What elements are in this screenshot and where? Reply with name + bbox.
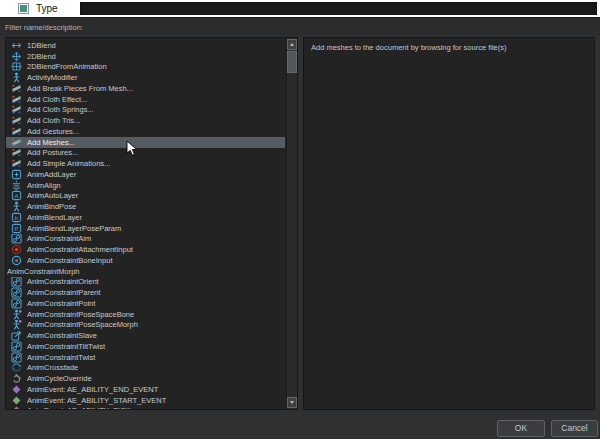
ok-button[interactable]: OK — [497, 420, 545, 437]
list-item[interactable]: AnimCycleOverride — [6, 373, 285, 384]
list-item-label: Add Cloth Springs... — [27, 105, 94, 114]
list-item[interactable]: Add Meshes... — [6, 137, 285, 148]
list-item-label: Add Cloth Effect... — [27, 95, 87, 104]
list-item[interactable]: Add Simple Animations... — [6, 158, 285, 169]
list-item-label: AnimBindPose — [27, 202, 76, 211]
list-item[interactable]: 2DBlend — [6, 51, 285, 62]
list-item[interactable]: Add Cloth Tris... — [6, 115, 285, 126]
list-item-label: AnimBlendLayerPoseParam — [27, 224, 121, 233]
list-item-label: AnimAddLayer — [27, 170, 76, 179]
scroll-down-button[interactable] — [287, 397, 297, 408]
list-item-label: AnimConstraintParent — [27, 288, 100, 297]
list-item[interactable]: AnimConstraintAim — [6, 234, 285, 245]
list-item[interactable]: AnimConstraintTiltTwist — [6, 341, 285, 352]
list-item-label: Add Simple Animations... — [27, 159, 110, 168]
person-pose-icon — [10, 320, 22, 331]
triangle-up-icon — [290, 43, 294, 46]
list-item[interactable]: bAnimBlendLayer — [6, 212, 285, 223]
blend-2d-from-animation-icon — [10, 62, 22, 73]
list-item[interactable]: Add Gestures... — [6, 126, 285, 137]
add-wand-icon — [10, 115, 22, 126]
list-item-label: AnimConstraintSlave — [27, 331, 97, 340]
list-item[interactable]: AnimConstraintSlave — [6, 330, 285, 341]
list-item-label: 1DBlend — [27, 41, 56, 50]
list-item-label: AnimConstraintMorph — [7, 267, 80, 276]
list-item[interactable]: AnimEvent: AE_ABILITY_TICK — [6, 406, 285, 411]
list-item-label: AnimCrossfade — [27, 363, 78, 372]
list-item-label: Add Meshes... — [27, 138, 75, 147]
list-item[interactable]: AnimCrossfade — [6, 363, 285, 374]
list-item-label: AnimBlendLayer — [27, 213, 82, 222]
list-item-label: AnimEvent: AE_ABILITY_TICK — [27, 406, 130, 410]
add-wand-icon — [10, 105, 22, 116]
list-item-label: AnimConstraintTiltTwist — [27, 342, 105, 351]
svg-text:P: P — [14, 226, 18, 232]
list-item[interactable]: Add Postures... — [6, 148, 285, 159]
list-item[interactable]: AnimAddLayer — [6, 169, 285, 180]
list-item-label: AnimConstraintPoseSpaceBone — [27, 310, 134, 319]
add-wand-icon — [10, 83, 22, 94]
list-item[interactable]: 1DBlend — [6, 40, 285, 51]
list-item[interactable]: AnimAlign — [6, 180, 285, 191]
list-item-label: AnimEvent: AE_ABILITY_END_EVENT — [27, 385, 158, 394]
blend-1d-icon — [10, 40, 22, 51]
list-item[interactable]: AnimConstraintPoseSpaceBone — [6, 309, 285, 320]
layer-icon: b — [10, 212, 22, 223]
list-item[interactable]: AnimConstraintAttachmentInput — [6, 244, 285, 255]
list-item[interactable]: AnimEvent: AE_ABILITY_START_EVENT — [6, 395, 285, 406]
cancel-button[interactable]: Cancel — [551, 420, 598, 437]
list-item-label: AnimConstraintAim — [27, 234, 91, 243]
constraint-icon — [10, 287, 22, 298]
layer-pose-icon: P — [10, 223, 22, 234]
list-item[interactable]: AnimConstraintTwist — [6, 352, 285, 363]
list-item[interactable]: AnimEvent: AE_ABILITY_END_EVENT — [6, 384, 285, 395]
window-icon — [18, 3, 29, 14]
list-scrollbar[interactable] — [286, 38, 297, 409]
list-item[interactable]: AnimConstraintOrient — [6, 277, 285, 288]
list-item-label: AnimConstraintTwist — [27, 353, 95, 362]
constraint-icon — [10, 341, 22, 352]
add-wand-icon — [10, 137, 22, 148]
constraint-icon — [10, 298, 22, 309]
list-item-label: AnimCycleOverride — [27, 374, 92, 383]
list-item-label: AnimAutoLayer — [27, 191, 78, 200]
svg-text:A: A — [14, 193, 18, 199]
list-item[interactable]: PAnimBlendLayerPoseParam — [6, 223, 285, 234]
list-item[interactable]: Add Cloth Springs... — [6, 105, 285, 116]
filter-input[interactable] — [80, 2, 597, 15]
list-item-label: 2DBlend — [27, 52, 56, 61]
list-item[interactable]: Add Cloth Effect... — [6, 94, 285, 105]
type-list: 1DBlend2DBlend2DBlendFromAnimationActivi… — [6, 38, 285, 410]
scroll-up-button[interactable] — [287, 39, 297, 50]
crossfade-icon — [10, 363, 22, 374]
list-item[interactable]: AnimConstraintBoneInput — [6, 255, 285, 266]
list-item[interactable]: AnimConstraintPoint — [6, 298, 285, 309]
list-item[interactable]: AAnimAutoLayer — [6, 191, 285, 202]
constraint-icon — [10, 234, 22, 245]
input-red-icon — [10, 244, 22, 255]
diamond-purple-icon — [10, 384, 22, 395]
scrollbar-thumb[interactable] — [287, 51, 297, 73]
list-item[interactable]: 2DBlendFromAnimation — [6, 62, 285, 73]
filter-bar: Filter name/description: — [0, 18, 600, 36]
diamond-pink-icon — [10, 406, 22, 411]
triangle-down-icon — [290, 401, 294, 404]
list-item[interactable]: AnimConstraintPoseSpaceMorph — [6, 320, 285, 331]
description-panel: Add meshes to the document by browsing f… — [303, 37, 595, 410]
diamond-green-icon — [10, 395, 22, 406]
add-wand-icon — [10, 148, 22, 159]
list-item-label: AnimAlign — [27, 181, 61, 190]
constraint-icon — [10, 352, 22, 363]
list-item[interactable]: ActivityModifier — [6, 72, 285, 83]
list-item[interactable]: Add Break Pieces From Mesh... — [6, 83, 285, 94]
layer-add-icon — [10, 169, 22, 180]
list-item-label: AnimConstraintBoneInput — [27, 256, 112, 265]
list-item-label: Add Cloth Tris... — [27, 116, 80, 125]
svg-text:b: b — [14, 215, 18, 221]
list-item[interactable]: AnimConstraintMorph — [6, 266, 285, 277]
list-item[interactable]: AnimConstraintParent — [6, 287, 285, 298]
window-title: Type — [36, 3, 58, 14]
list-item[interactable]: AnimBindPose — [6, 201, 285, 212]
layer-auto-icon: A — [10, 191, 22, 202]
align-icon — [10, 180, 22, 191]
